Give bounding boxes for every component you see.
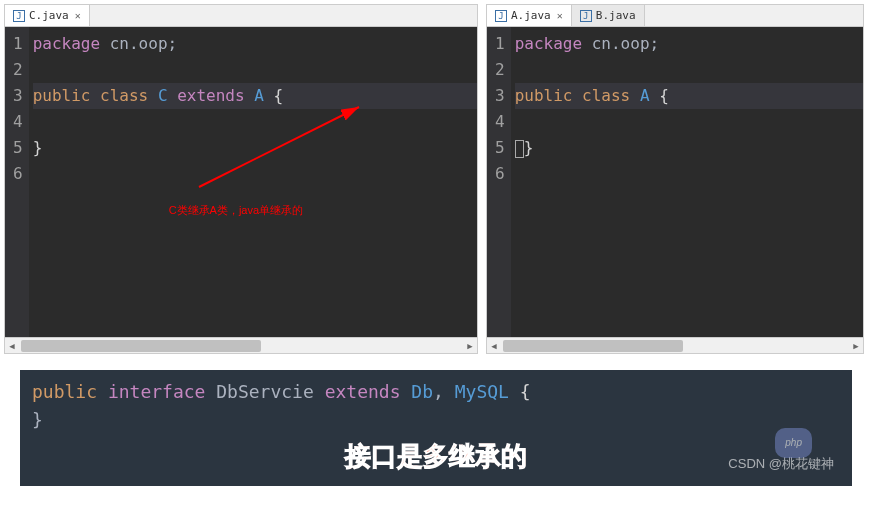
token bbox=[148, 86, 158, 105]
scroll-right-arrow-icon[interactable]: ▶ bbox=[849, 339, 863, 353]
tab-b-java[interactable]: JB.java bbox=[572, 5, 645, 26]
token: A bbox=[254, 86, 264, 105]
code-line[interactable]: package cn.oop; bbox=[33, 31, 477, 57]
line-number: 6 bbox=[13, 161, 23, 187]
code-line[interactable] bbox=[33, 161, 477, 187]
hscroll-thumb[interactable] bbox=[503, 340, 683, 352]
token bbox=[630, 86, 640, 105]
token: ; bbox=[650, 34, 660, 53]
token: C bbox=[158, 86, 168, 105]
line-number: 6 bbox=[495, 161, 505, 187]
token bbox=[264, 86, 274, 105]
token: { bbox=[520, 381, 531, 402]
left-editor-pane: JC.java✕ 123456 package cn.oop;public cl… bbox=[4, 4, 478, 354]
token: , bbox=[433, 381, 455, 402]
tab-label: A.java bbox=[511, 9, 551, 22]
right-gutter: 123456 bbox=[487, 27, 511, 337]
hscroll-thumb[interactable] bbox=[21, 340, 261, 352]
token: extends bbox=[325, 381, 401, 402]
token bbox=[509, 381, 520, 402]
line-number: 2 bbox=[13, 57, 23, 83]
code-line[interactable] bbox=[515, 109, 863, 135]
code-line[interactable]: public class C extends A { bbox=[33, 83, 477, 109]
token: package bbox=[33, 34, 100, 53]
token bbox=[168, 86, 178, 105]
line-number: 1 bbox=[13, 31, 23, 57]
token: interface bbox=[108, 381, 206, 402]
right-hscrollbar[interactable]: ◀ ▶ bbox=[487, 337, 863, 353]
left-hscrollbar[interactable]: ◀ ▶ bbox=[5, 337, 477, 353]
token: DbServcie bbox=[216, 381, 314, 402]
line-number: 5 bbox=[13, 135, 23, 161]
bottom-code-line2: } bbox=[32, 406, 840, 434]
token: package bbox=[515, 34, 582, 53]
token: MySQL bbox=[455, 381, 509, 402]
token: public bbox=[33, 86, 91, 105]
token: { bbox=[274, 86, 284, 105]
bottom-code-line1: public interface DbServcie extends Db, M… bbox=[32, 378, 840, 406]
line-number: 1 bbox=[495, 31, 505, 57]
token: class bbox=[582, 86, 630, 105]
close-icon[interactable]: ✕ bbox=[557, 10, 563, 21]
token: cn.oop bbox=[582, 34, 649, 53]
token bbox=[572, 86, 582, 105]
code-line[interactable]: } bbox=[33, 135, 477, 161]
tab-label: C.java bbox=[29, 9, 69, 22]
token: A bbox=[640, 86, 650, 105]
right-tabs: JA.java✕JB.java bbox=[487, 5, 863, 27]
token bbox=[97, 381, 108, 402]
token: extends bbox=[177, 86, 244, 105]
annotation-text: C类继承A类，java单继承的 bbox=[169, 197, 303, 223]
cursor bbox=[515, 140, 524, 158]
line-number: 3 bbox=[495, 83, 505, 109]
code-line[interactable] bbox=[515, 57, 863, 83]
java-file-icon: J bbox=[13, 10, 25, 22]
tab-a-java[interactable]: JA.java✕ bbox=[487, 5, 572, 26]
tab-c-java[interactable]: JC.java✕ bbox=[5, 5, 90, 26]
line-number: 3 bbox=[13, 83, 23, 109]
token bbox=[90, 86, 100, 105]
bottom-code-block: public interface DbServcie extends Db, M… bbox=[20, 370, 852, 486]
code-line[interactable] bbox=[33, 57, 477, 83]
line-number: 5 bbox=[495, 135, 505, 161]
token bbox=[205, 381, 216, 402]
close-icon[interactable]: ✕ bbox=[75, 10, 81, 21]
scroll-left-arrow-icon[interactable]: ◀ bbox=[487, 339, 501, 353]
token: } bbox=[524, 138, 534, 157]
line-number: 2 bbox=[495, 57, 505, 83]
token: cn.oop bbox=[100, 34, 167, 53]
left-gutter: 123456 bbox=[5, 27, 29, 337]
left-code-area[interactable]: 123456 package cn.oop;public class C ext… bbox=[5, 27, 477, 337]
token bbox=[650, 86, 660, 105]
watermark: CSDN @桃花键神 bbox=[728, 450, 834, 478]
line-number: 4 bbox=[13, 109, 23, 135]
line-number: 4 bbox=[495, 109, 505, 135]
token: } bbox=[33, 138, 43, 157]
token bbox=[401, 381, 412, 402]
java-file-icon: J bbox=[495, 10, 507, 22]
right-code[interactable]: package cn.oop;public class A {} bbox=[511, 27, 863, 337]
scroll-left-arrow-icon[interactable]: ◀ bbox=[5, 339, 19, 353]
token bbox=[245, 86, 255, 105]
java-file-icon: J bbox=[580, 10, 592, 22]
token: Db bbox=[411, 381, 433, 402]
code-line[interactable] bbox=[33, 109, 477, 135]
code-line[interactable] bbox=[515, 161, 863, 187]
token: public bbox=[32, 381, 97, 402]
right-code-area[interactable]: 123456 package cn.oop;public class A {} bbox=[487, 27, 863, 337]
tab-label: B.java bbox=[596, 9, 636, 22]
token bbox=[314, 381, 325, 402]
code-line[interactable]: } bbox=[515, 135, 863, 161]
editors-row: JC.java✕ 123456 package cn.oop;public cl… bbox=[0, 0, 872, 358]
token: { bbox=[659, 86, 669, 105]
token: public bbox=[515, 86, 573, 105]
left-tabs: JC.java✕ bbox=[5, 5, 477, 27]
bottom-caption: 接口是多继承的 bbox=[32, 442, 840, 470]
token: ; bbox=[168, 34, 178, 53]
scroll-right-arrow-icon[interactable]: ▶ bbox=[463, 339, 477, 353]
left-code[interactable]: package cn.oop;public class C extends A … bbox=[29, 27, 477, 337]
code-line[interactable]: package cn.oop; bbox=[515, 31, 863, 57]
code-line[interactable]: public class A { bbox=[515, 83, 863, 109]
right-editor-pane: JA.java✕JB.java 123456 package cn.oop;pu… bbox=[486, 4, 864, 354]
token: class bbox=[100, 86, 148, 105]
